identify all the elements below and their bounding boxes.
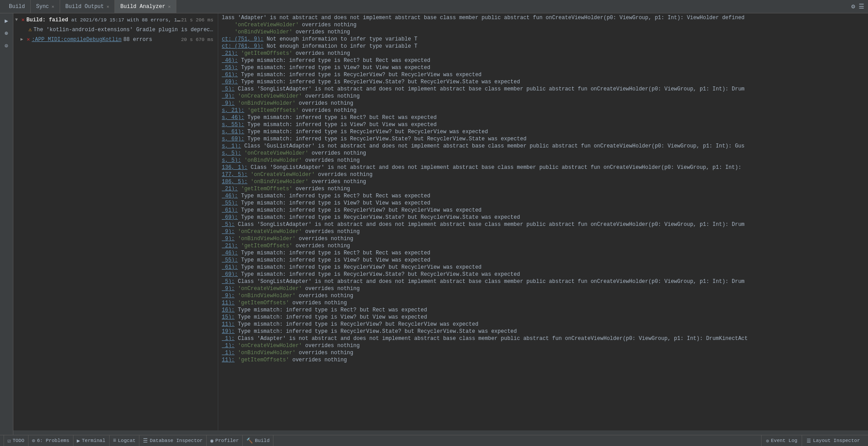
log-line-13: s, 21): 'getItemOffsets' overrides nothi… — [221, 107, 865, 114]
log-line-24: 21): 'getItemOffsets' overrides nothing — [221, 185, 865, 192]
tab-sync-label: Sync — [36, 4, 49, 10]
log-line-36: 69): Type mismatch: inferred type is Rec… — [221, 271, 865, 278]
log-line-31: 9): 'onBindViewHolder' overrides nothing — [221, 235, 865, 242]
status-event-log-label: Event Log — [771, 438, 797, 443]
sidebar-target-icon[interactable]: ⊙ — [2, 41, 12, 51]
tab-bar-actions: ⚙ ☰ — [852, 3, 868, 10]
tab-build-analyzer-close[interactable]: ✕ — [168, 4, 171, 9]
tree-arrow-compile: ▶ — [20, 36, 27, 44]
log-line-27: 61): Type mismatch: inferred type is Rec… — [221, 207, 865, 214]
log-line-11: 9): 'onCreateViewHolder' overrides nothi… — [221, 93, 865, 100]
log-line-1: 'onCreateViewHolder' overrides nothing — [221, 21, 865, 29]
sidebar-run-icon[interactable]: ▶ — [2, 16, 12, 26]
tab-sync[interactable]: Sync ✕ — [31, 0, 60, 13]
log-line-17: s, 69): Type mismatch: inferred type is … — [221, 135, 865, 143]
status-profiler-label: Profiler — [215, 438, 239, 443]
status-terminal-label: Terminal — [82, 438, 106, 443]
profiler-icon: ◉ — [210, 438, 213, 444]
log-line-39: 9): 'onBindViewHolder' overrides nothing — [221, 292, 865, 299]
log-line-12: 9): 'onBindViewHolder' overrides nothing — [221, 100, 865, 107]
log-line-43: 11): Type mismatch: inferred type is Rec… — [221, 321, 865, 328]
error-icon-compile: ✕ — [27, 36, 30, 44]
log-line-34: 55): Type mismatch: inferred type is Vie… — [221, 257, 865, 264]
status-build[interactable]: 🔨 Build — [243, 435, 273, 446]
status-profiler[interactable]: ◉ Profiler — [207, 435, 243, 446]
log-line-47: 1): 'onBindViewHolder' overrides nothing — [221, 349, 865, 356]
sidebar-add-icon[interactable]: ⊕ — [2, 29, 12, 38]
tab-build-output-label: Build Output — [65, 4, 104, 10]
log-line-15: s, 55): Type mismatch: inferred type is … — [221, 121, 865, 128]
log-line-42: 15): Type mismatch: inferred type is Vie… — [221, 314, 865, 321]
log-line-32: 21): 'getItemOffsets' overrides nothing — [221, 242, 865, 250]
layout-inspector-icon: ☰ — [807, 438, 811, 444]
status-layout-inspector[interactable]: ☰ Layout Inspector — [802, 435, 864, 446]
build-hammer-icon: 🔨 — [246, 438, 253, 444]
log-line-37: 5): Class 'SongListAdapter' is not abstr… — [221, 278, 865, 285]
tab-build-output-close[interactable]: ✕ — [106, 4, 109, 9]
log-line-33: 46): Type mismatch: inferred type is Rec… — [221, 250, 865, 257]
log-line-19: s, 5): 'onCreateViewHolder' overrides no… — [221, 150, 865, 157]
build-tree: ▼ ✕ Build: failed at 2021/6/19 15:17 wit… — [13, 13, 218, 430]
tab-build-analyzer[interactable]: Build Analyzer ✕ — [115, 0, 176, 13]
log-line-5: 21): 'getItemOffsets' overrides nothing — [221, 50, 865, 57]
status-problems-label: 6: Problems — [37, 438, 69, 443]
tree-label-build-failed: Build: failed at 2021/6/19 15:17 with 88… — [26, 16, 181, 24]
error-icon-build: ✕ — [21, 16, 24, 24]
log-line-38: 9): 'onCreateViewHolder' overrides nothi… — [221, 285, 865, 292]
event-log-icon: ⊙ — [766, 438, 769, 444]
log-line-23: 186, 5): 'onBindViewHolder' overrides no… — [221, 178, 865, 185]
tree-item-compile[interactable]: ▶ ✕ :APP_MIDI:compileDebugKotlin 88 erro… — [13, 35, 218, 45]
status-todo[interactable]: ☑ TODO — [4, 435, 29, 446]
collapse-icon[interactable]: ☰ — [859, 3, 864, 10]
log-line-16: s, 61): Type mismatch: inferred type is … — [221, 128, 865, 135]
settings-icon[interactable]: ⚙ — [852, 3, 855, 10]
tab-build[interactable]: Build — [4, 0, 31, 13]
status-database-label: Database Inspector — [150, 438, 203, 443]
warning-icon: ⚠ — [29, 26, 32, 34]
tab-build-output[interactable]: Build Output ✕ — [60, 0, 115, 13]
horizontal-scrollbar[interactable] — [13, 430, 868, 435]
log-line-18: s, 1): Class 'GusListAdapter' is not abs… — [221, 143, 865, 150]
tree-label-warning: The 'kotlin-android-extensions' Gradle p… — [33, 26, 216, 34]
log-line-8: 61): Type mismatch: inferred type is Rec… — [221, 71, 865, 78]
status-problems[interactable]: ⊙ 6: Problems — [29, 435, 73, 446]
log-line-48: 11): 'getItemOffsets' overrides nothing — [221, 356, 865, 364]
tree-item-build-failed[interactable]: ▼ ✕ Build: failed at 2021/6/19 15:17 wit… — [13, 15, 218, 25]
status-event-log[interactable]: ⊙ Event Log — [761, 435, 802, 446]
log-line-2: 'onBindViewHolder' overrides nothing — [221, 29, 865, 36]
main-area: ▶ ⊕ ⊙ ▼ ✕ Build: failed at 2021/6/19 15:… — [0, 13, 868, 435]
status-layout-inspector-label: Layout Inspector — [813, 438, 860, 443]
log-line-35: 61): Type mismatch: inferred type is Rec… — [221, 264, 865, 271]
log-line-6: 46): Type mismatch: inferred type is Rec… — [221, 57, 865, 64]
log-line-30: 9): 'onCreateViewHolder' overrides nothi… — [221, 228, 865, 235]
status-todo-label: TODO — [12, 438, 24, 443]
status-bar: ☑ TODO ⊙ 6: Problems ▶ Terminal ≡ Logcat… — [0, 435, 868, 446]
error-log[interactable]: lass 'Adapter' is not abstract and does … — [218, 13, 868, 430]
terminal-icon: ▶ — [77, 438, 80, 444]
log-line-22: 177, 5): 'onCreateViewHolder' overrides … — [221, 171, 865, 178]
build-content: ▼ ✕ Build: failed at 2021/6/19 15:17 wit… — [13, 13, 868, 430]
log-line-28: 69): Type mismatch: inferred type is Rec… — [221, 214, 865, 221]
log-line-46: 1): 'onCreateViewHolder' overrides nothi… — [221, 342, 865, 349]
log-line-25: 46): Type mismatch: inferred type is Rec… — [221, 192, 865, 200]
log-line-3: ct: (751, 9): Not enough information to … — [221, 36, 865, 43]
tab-build-analyzer-label: Build Analyzer — [120, 4, 165, 10]
status-database[interactable]: ☰ Database Inspector — [139, 435, 207, 446]
tab-bar: Build Sync ✕ Build Output ✕ Build Analyz… — [0, 0, 868, 13]
tree-arrow-build: ▼ — [15, 16, 21, 24]
tree-stat-compile: 20 s 670 ms — [181, 36, 216, 44]
database-icon: ☰ — [143, 438, 148, 444]
log-line-44: 19): Type mismatch: inferred type is Rec… — [221, 328, 865, 335]
status-terminal[interactable]: ▶ Terminal — [73, 435, 110, 446]
logcat-icon: ≡ — [113, 438, 116, 444]
log-line-41: 16): Type mismatch: inferred type is Rec… — [221, 307, 865, 314]
tree-label-errors: 88 errors — [123, 36, 152, 44]
log-line-29: 5): Class 'SongListAdapter' is not abstr… — [221, 221, 865, 228]
tab-sync-close[interactable]: ✕ — [52, 4, 54, 9]
log-line-4: ct: (761, 9): Not enough information to … — [221, 43, 865, 50]
log-line-20: s, 5): 'onBindViewHolder' overrides noth… — [221, 157, 865, 164]
status-logcat[interactable]: ≡ Logcat — [110, 435, 140, 446]
problems-icon: ⊙ — [32, 438, 35, 444]
sidebar-icons: ▶ ⊕ ⊙ — [0, 13, 13, 435]
tree-item-warning[interactable]: ⚠ The 'kotlin-android-extensions' Gradle… — [13, 25, 218, 35]
